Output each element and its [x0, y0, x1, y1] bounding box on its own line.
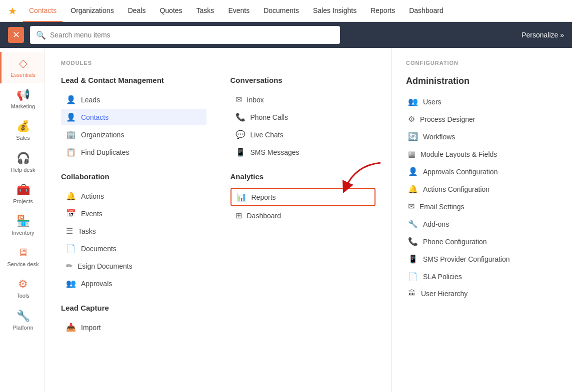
- menu-inbox[interactable]: ✉ Inbox: [230, 91, 376, 108]
- sidebar-item-sales[interactable]: 💰 Sales: [0, 115, 44, 146]
- config-addons[interactable]: 🔧 Add-ons: [406, 216, 558, 232]
- main-layout: ◇ Essentials 📢 Marketing 💰 Sales 🎧 Help …: [0, 48, 572, 392]
- search-input[interactable]: [50, 31, 334, 39]
- lead-contact-title: Lead & Contact Management: [61, 76, 206, 84]
- menu-events[interactable]: 📅 Events: [61, 205, 206, 222]
- config-email-settings[interactable]: ✉ Email Settings: [406, 198, 558, 215]
- menu-approvals[interactable]: 👥 Approvals: [61, 275, 206, 292]
- contacts-icon: 👤: [66, 112, 76, 122]
- find-duplicates-label: Find Duplicates: [81, 148, 130, 156]
- platform-icon: 🔧: [16, 310, 30, 323]
- email-settings-icon: ✉: [408, 202, 414, 211]
- config-sla[interactable]: 📄 SLA Policies: [406, 268, 558, 285]
- config-module-layouts[interactable]: ▦ Module Layouts & Fields: [406, 146, 558, 162]
- menu-sms[interactable]: 📱 SMS Messages: [230, 144, 376, 160]
- workflows-icon: 🔄: [408, 132, 418, 141]
- process-designer-label: Process Designer: [420, 115, 476, 123]
- menu-find-duplicates[interactable]: 📋 Find Duplicates: [61, 144, 206, 160]
- menu-dashboard[interactable]: ⊞ Dashboard: [230, 207, 376, 224]
- email-settings-label: Email Settings: [420, 203, 464, 211]
- nav-organizations[interactable]: Organizations: [64, 0, 120, 22]
- menu-import[interactable]: 📥 Import: [61, 319, 206, 336]
- module-col-left: Lead & Contact Management 👤 Leads 👤 Cont…: [61, 76, 206, 337]
- organizations-icon: 🏢: [66, 130, 76, 139]
- menu-leads[interactable]: 👤 Leads: [61, 91, 206, 108]
- sidebar-item-tools[interactable]: ⚙ Tools: [0, 273, 44, 304]
- config-sms-provider[interactable]: 📱 SMS Provider Configuration: [406, 251, 558, 267]
- module-layouts-icon: ▦: [408, 149, 416, 159]
- nav-contacts[interactable]: Contacts: [23, 0, 62, 22]
- nav-documents[interactable]: Documents: [258, 0, 305, 22]
- config-users[interactable]: 👥 Users: [406, 93, 558, 110]
- live-chats-label: Live Chats: [250, 131, 284, 139]
- nav-reports[interactable]: Reports: [364, 0, 401, 22]
- menu-esign[interactable]: ✏ Esign Documents: [61, 258, 206, 274]
- config-workflows[interactable]: 🔄 Workflows: [406, 128, 558, 145]
- sidebar-platform-label: Platform: [13, 325, 34, 331]
- leads-label: Leads: [81, 96, 100, 104]
- personalize-button[interactable]: Personalize »: [522, 31, 564, 39]
- nav-sales-insights[interactable]: Sales Insights: [307, 0, 362, 22]
- menu-live-chats[interactable]: 💬 Live Chats: [230, 126, 376, 143]
- sidebar-item-helpdesk[interactable]: 🎧 Help desk: [0, 147, 44, 178]
- modules-grid: Lead & Contact Management 👤 Leads 👤 Cont…: [61, 76, 376, 337]
- approvals-config-label: Approvals Configuration: [423, 168, 498, 176]
- tasks-label: Tasks: [78, 227, 96, 235]
- find-duplicates-icon: 📋: [66, 147, 76, 157]
- menu-tasks[interactable]: ☰ Tasks: [61, 223, 206, 239]
- config-title: CONFIGURATION: [406, 60, 558, 66]
- sidebar-essentials-label: Essentials: [10, 72, 36, 78]
- menu-actions[interactable]: 🔔 Actions: [61, 188, 206, 204]
- sidebar-item-projects[interactable]: 🧰 Projects: [0, 178, 44, 210]
- menu-phone-calls[interactable]: 📞 Phone Calls: [230, 109, 376, 125]
- live-chats-icon: 💬: [236, 130, 246, 139]
- analytics-title: Analytics: [230, 172, 376, 181]
- approvals-config-icon: 👤: [408, 167, 418, 176]
- config-approvals-config[interactable]: 👤 Approvals Configuration: [406, 163, 558, 180]
- star-icon: ★: [8, 5, 17, 17]
- workflows-label: Workflows: [423, 133, 455, 141]
- approvals-icon: 👥: [66, 279, 76, 288]
- sidebar-helpdesk-label: Help desk: [11, 167, 36, 173]
- menu-organizations[interactable]: 🏢 Organizations: [61, 126, 206, 143]
- user-hierarchy-icon: 🏛: [408, 289, 416, 298]
- phone-calls-label: Phone Calls: [250, 113, 288, 121]
- sla-icon: 📄: [408, 272, 418, 281]
- sidebar-item-essentials[interactable]: ◇ Essentials: [0, 52, 44, 83]
- nav-deals[interactable]: Deals: [122, 0, 152, 22]
- phone-config-label: Phone Configuration: [423, 238, 487, 246]
- sms-provider-icon: 📱: [408, 254, 418, 264]
- import-label: Import: [81, 324, 101, 332]
- sla-label: SLA Policies: [423, 273, 462, 281]
- nav-events[interactable]: Events: [222, 0, 256, 22]
- menu-reports[interactable]: 📊 Reports: [230, 188, 376, 206]
- nav-tasks[interactable]: Tasks: [190, 0, 220, 22]
- config-user-hierarchy[interactable]: 🏛 User Hierarchy: [406, 286, 558, 302]
- sidebar-item-servicedesk[interactable]: 🖥 Service desk: [0, 241, 44, 273]
- documents-icon: 📄: [66, 244, 76, 253]
- inbox-label: Inbox: [247, 96, 264, 104]
- config-phone[interactable]: 📞 Phone Configuration: [406, 233, 558, 250]
- sidebar-item-platform[interactable]: 🔧 Platform: [0, 305, 44, 336]
- reports-label: Reports: [252, 193, 276, 201]
- actions-config-icon: 🔔: [408, 184, 418, 194]
- sms-label: SMS Messages: [250, 148, 300, 156]
- tasks-icon: ☰: [66, 226, 73, 236]
- content-area: MODULES Lead & Contact Management 👤 Lead…: [45, 48, 572, 392]
- organizations-label: Organizations: [81, 131, 124, 139]
- config-process-designer[interactable]: ⚙ Process Designer: [406, 111, 558, 127]
- marketing-icon: 📢: [16, 88, 30, 101]
- sidebar-item-marketing[interactable]: 📢 Marketing: [0, 83, 44, 115]
- menu-documents[interactable]: 📄 Documents: [61, 240, 206, 257]
- actions-icon: 🔔: [66, 191, 76, 201]
- dashboard-icon: ⊞: [236, 211, 242, 220]
- leads-icon: 👤: [66, 95, 76, 104]
- nav-dashboard[interactable]: Dashboard: [403, 0, 450, 22]
- user-hierarchy-label: User Hierarchy: [421, 290, 468, 298]
- nav-quotes[interactable]: Quotes: [154, 0, 188, 22]
- menu-contacts[interactable]: 👤 Contacts: [61, 109, 206, 125]
- esign-icon: ✏: [66, 261, 72, 271]
- sidebar-item-inventory[interactable]: 🏪 Inventory: [0, 210, 44, 241]
- close-button[interactable]: ✕: [8, 27, 24, 43]
- config-actions-config[interactable]: 🔔 Actions Configuration: [406, 181, 558, 197]
